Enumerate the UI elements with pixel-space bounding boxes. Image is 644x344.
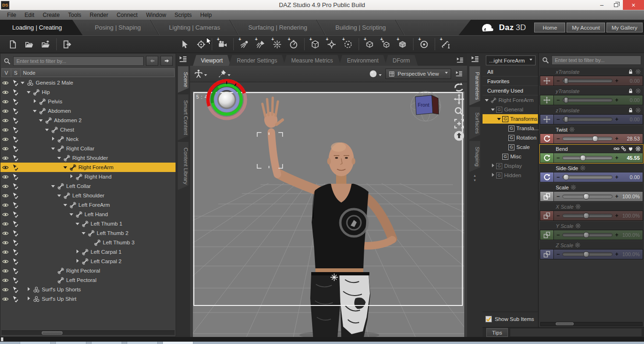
menu-item[interactable]: File	[3, 10, 20, 20]
scene-tree-row[interactable]: Left Shoulder	[0, 191, 176, 200]
expand-arrow[interactable]	[45, 127, 50, 133]
parameter-group-row[interactable]: G Transforms	[483, 114, 538, 124]
parameter-value[interactable]: 0.00	[619, 174, 641, 180]
column-node[interactable]: Node	[21, 69, 174, 77]
expand-arrow[interactable]	[57, 193, 62, 198]
nudge-decrement-button[interactable]: −	[556, 174, 560, 180]
expand-arrow[interactable]	[484, 97, 490, 103]
slider-track[interactable]	[562, 98, 613, 102]
parameter-group-row[interactable]: G Hidden	[483, 171, 538, 180]
expand-arrow[interactable]	[69, 211, 75, 217]
visibility-eye-icon[interactable]	[0, 229, 10, 237]
tool-button[interactable]: +	[396, 38, 409, 51]
expand-arrow[interactable]	[63, 202, 69, 208]
menu-item[interactable]: Edit	[20, 10, 38, 20]
visibility-eye-icon[interactable]	[0, 145, 10, 152]
scene-tree-row[interactable]: Right Collar	[0, 144, 176, 153]
slider-handle[interactable]	[563, 174, 569, 180]
scene-tree-row[interactable]: Right Shoulder	[0, 153, 176, 163]
expand-arrow[interactable]	[497, 116, 502, 122]
scene-tree-row[interactable]: Left Collar	[0, 181, 176, 191]
parameter-value[interactable]: 100.0%	[619, 213, 641, 219]
scene-tree-row[interactable]: Genesis 2 Male	[0, 78, 176, 87]
left-dock-tab[interactable]: Scene	[178, 66, 189, 93]
visibility-eye-icon[interactable]	[0, 239, 10, 246]
scene-tree-row[interactable]: Left Thumb 2	[0, 228, 176, 238]
activity-tab[interactable]: Surfacing | Rendering	[236, 20, 323, 35]
visibility-eye-icon[interactable]	[0, 88, 10, 96]
orientation-cube[interactable]: Front	[409, 90, 442, 123]
menu-item[interactable]: Render	[85, 10, 112, 20]
lock-icon[interactable]	[628, 107, 634, 113]
show-sub-items-row[interactable]: Show Sub Items	[483, 312, 538, 324]
parameters-filter-input[interactable]	[552, 55, 641, 65]
expand-arrow[interactable]	[503, 135, 508, 141]
scrollbar-grip[interactable]	[556, 322, 574, 325]
viewport-tab[interactable]: Environment	[339, 55, 386, 66]
nudge-increment-button[interactable]: +	[614, 78, 619, 84]
expand-arrow[interactable]	[51, 136, 56, 142]
visibility-eye-icon[interactable]	[0, 211, 10, 218]
nudge-decrement-button[interactable]: −	[556, 97, 560, 103]
rotation-ball-control[interactable]	[204, 77, 249, 122]
parameter-group-row[interactable]: G Scale	[483, 142, 538, 152]
zoom-tool-icon[interactable]	[453, 106, 465, 117]
scene-tree-row[interactable]: Left Carpal 2	[0, 257, 176, 266]
scene-tree-row[interactable]: Abdomen 2	[0, 116, 176, 125]
parameter-value[interactable]: 28.53	[619, 136, 641, 141]
expand-arrow[interactable]	[75, 258, 81, 264]
gear-icon[interactable]	[569, 126, 575, 133]
selectability-cursor-icon[interactable]	[10, 276, 20, 284]
parameter-value[interactable]: 100.0%	[619, 194, 641, 199]
activity-tab[interactable]: Building | Scripting	[323, 20, 401, 35]
menu-item[interactable]: Scripts	[170, 10, 196, 20]
visibility-eye-icon[interactable]	[0, 295, 10, 303]
visibility-eye-icon[interactable]	[0, 79, 10, 86]
slider-handle[interactable]	[592, 136, 598, 142]
slider-track[interactable]	[562, 117, 613, 121]
expand-arrow[interactable]	[491, 107, 496, 112]
tool-button[interactable]: +	[238, 38, 251, 51]
slider-track[interactable]	[562, 156, 613, 160]
expand-arrow[interactable]	[503, 125, 508, 131]
tab-scroll-arrows[interactable]: ▲▼	[467, 174, 483, 182]
selectability-cursor-icon[interactable]	[10, 182, 20, 190]
minimize-button[interactable]: –	[595, 0, 609, 10]
scene-tree-row[interactable]: Left Thumb 3	[0, 238, 176, 247]
gear-icon[interactable]	[575, 203, 581, 210]
tips-button[interactable]: Tips	[486, 328, 508, 337]
expand-arrow[interactable]	[81, 230, 87, 236]
slider-handle[interactable]	[564, 78, 568, 84]
parameter-value[interactable]: 0.00	[619, 117, 641, 122]
filter-forward-button[interactable]	[161, 56, 173, 66]
selectability-cursor-icon[interactable]	[10, 248, 20, 256]
scene-tree-row[interactable]: Left Carpal 1	[0, 247, 176, 257]
menu-item[interactable]: Tools	[64, 10, 85, 20]
lock-icon[interactable]	[628, 69, 634, 75]
scene-tree-row[interactable]: Left ForeArm	[0, 200, 176, 210]
selectability-cursor-icon[interactable]	[10, 145, 20, 152]
expand-arrow[interactable]	[69, 174, 75, 180]
scene-filter-input[interactable]	[13, 56, 144, 66]
nudge-increment-button[interactable]: +	[614, 251, 619, 258]
visibility-eye-icon[interactable]	[0, 258, 10, 265]
viewport-options-icon[interactable]	[455, 70, 463, 78]
expand-arrow[interactable]	[51, 277, 56, 283]
selectability-cursor-icon[interactable]	[10, 229, 20, 237]
parameter-group-row[interactable]: G General	[483, 105, 538, 114]
selectability-cursor-icon[interactable]	[10, 295, 20, 303]
parameter-value[interactable]: 0.00	[619, 97, 641, 103]
visibility-eye-icon[interactable]	[0, 173, 10, 180]
scene-horizontal-scrollbar[interactable]	[1, 330, 175, 335]
gear-icon[interactable]	[635, 69, 641, 75]
parameter-group-row[interactable]: G Display	[483, 161, 538, 171]
tool-button[interactable]: +	[439, 38, 452, 51]
selectability-cursor-icon[interactable]	[10, 88, 20, 96]
visibility-eye-icon[interactable]	[0, 248, 10, 256]
activity-tab[interactable]: Posing | Shaping	[83, 20, 157, 35]
selectability-cursor-icon[interactable]	[10, 135, 20, 143]
gear-icon[interactable]	[635, 146, 641, 152]
parameter-value[interactable]: 45.55	[619, 155, 641, 161]
selectability-cursor-icon[interactable]	[10, 286, 20, 293]
expand-arrow[interactable]	[497, 154, 502, 159]
